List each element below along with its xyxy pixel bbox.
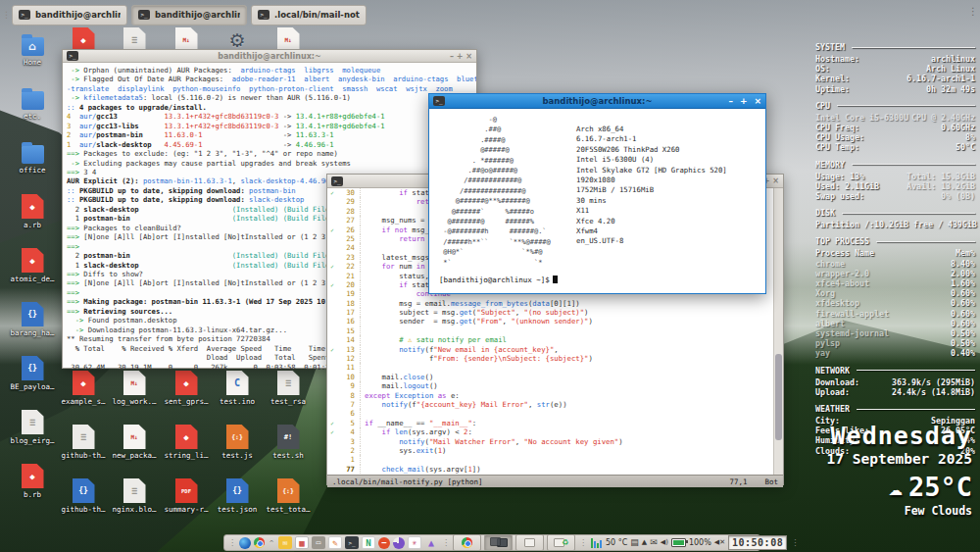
volume-icon[interactable]: ◀) <box>661 536 668 549</box>
line-number: 22 <box>337 262 361 271</box>
network-graph-icon[interactable] <box>590 537 603 548</box>
desktop-icon-test.json[interactable]: {}test.json <box>212 478 263 514</box>
window-button-chrome-window[interactable] <box>453 534 481 551</box>
mail-launcher-icon[interactable]: ✉ <box>278 536 292 549</box>
desktop-icon-office[interactable]: office <box>7 140 58 175</box>
icon-label: etc. <box>7 112 58 121</box>
conky-row: Usage: 13%Total: 15.3GiB <box>815 172 975 181</box>
minimize-button[interactable]: – <box>728 96 733 106</box>
albert-launcher-icon[interactable]: ▲ <box>424 536 438 549</box>
conky-row: Hostname:archlinux <box>815 54 975 64</box>
window-tab-1[interactable]: >_bandithijo@archlinu… <box>131 5 247 25</box>
firefox-launcher-icon[interactable] <box>239 537 251 549</box>
conky-row: xfdesktop0.60% <box>815 298 975 308</box>
window-tab-0[interactable]: >_bandithijo@archlinu… <box>12 5 127 25</box>
desktop-icon-sent_gprs…[interactable]: ◆sent_gprs… <box>161 371 212 406</box>
desktop-icon-test_tota…[interactable]: {:}test_tota… <box>263 478 314 514</box>
conky-row: CPU Temp:50°C <box>815 142 975 152</box>
scrollbar[interactable] <box>773 188 783 475</box>
icon-label: test.sh <box>263 451 314 460</box>
desktop-icon-test.ino[interactable]: Ctest.ino <box>212 371 263 406</box>
close-button[interactable]: × <box>754 96 761 106</box>
window-button-files-window[interactable] <box>515 534 544 551</box>
desktop-icon-BE_payloa…[interactable]: {}BE_payloa… <box>7 356 58 391</box>
line-number: 13 <box>337 345 361 354</box>
battery-icon[interactable] <box>671 538 686 547</box>
slack-launcher-icon[interactable]: ✳ <box>408 536 421 549</box>
conky-row: Upload:24.4k/s (14.8MiB) <box>815 387 975 397</box>
desktop-icon-Home[interactable]: Home <box>7 32 58 67</box>
wifi-icon[interactable]: ▲ <box>642 536 647 549</box>
conky-row: Xorg0.60% <box>815 288 975 298</box>
desktop-icon-summary-r…[interactable]: PDFsummary-r… <box>161 478 212 514</box>
panel-handle-right[interactable]: ⋮ <box>968 6 978 17</box>
editor-line: 3 notify("Mail Watcher Error", "No accou… <box>327 437 783 446</box>
terminal-output[interactable]: -@ .##@ .####@ @#####@ . *######@ .##@o@… <box>429 109 765 293</box>
clock[interactable]: 10:50:08 <box>728 535 787 550</box>
code-blue-icon: {} <box>226 478 249 503</box>
notion-launcher-icon[interactable]: N <box>362 536 375 549</box>
editor-launcher-icon[interactable]: ✎ <box>328 536 342 549</box>
desktop-icon-b.rb[interactable]: ◆b.rb <box>7 464 58 499</box>
panel-handle[interactable]: ⋮ <box>2 10 8 20</box>
terminal-icon: >_ <box>138 10 150 20</box>
desktop-icon-etc.[interactable]: etc. <box>7 86 58 121</box>
clipboard-icon[interactable]: ▤ <box>630 536 639 549</box>
desktop-icon-github-th…[interactable]: {}github-th… <box>58 478 109 514</box>
desktop-icon-log_work.…[interactable]: M↓log_work.… <box>109 371 160 406</box>
desktop-icon-new_packa…[interactable]: M↓new_packa… <box>109 425 160 460</box>
editor-line: 12 f"From: {sender}\nSubject: {subject}"… <box>327 354 783 363</box>
conky-row: pylsp0.50% <box>815 338 975 348</box>
desktop-icon-atomic_de…[interactable]: ◆atomic_de… <box>7 248 58 283</box>
icon-label: b.rb <box>7 490 58 499</box>
line-number: 16 <box>337 317 361 326</box>
desktop-icon-github-th…[interactable]: ≡github-th… <box>58 425 109 460</box>
calendar-launcher-icon[interactable]: ▦ <box>295 536 309 549</box>
panel-handle[interactable]: ⋮ <box>227 538 236 547</box>
blocked-launcher-icon[interactable]: – <box>378 537 390 549</box>
terminal-line: 4 aur/gcc13 13.3.1+r432+gfc8bd63119c0-3 … <box>67 112 472 121</box>
desktop-icon-blog_eirg…[interactable]: ≡blog_eirg… <box>7 410 58 445</box>
window-button-terminal-group[interactable] <box>484 534 513 551</box>
terminal-launcher-icon[interactable]: >_ <box>345 536 359 549</box>
titlebar[interactable]: >_ bandithijo@archlinux:~ –+× <box>429 94 765 109</box>
window-button-session-window[interactable]: ♻ <box>547 534 575 551</box>
window-buttons[interactable]: –+× <box>728 96 761 106</box>
line-number: 24 <box>337 243 361 252</box>
conky-section-header: NETWORK <box>815 366 975 376</box>
desktop-icon-example_s…[interactable]: ◆example_s… <box>58 371 109 406</box>
desktop-icon-string_li…[interactable]: ◆string_li… <box>161 425 212 460</box>
window-buttons[interactable]: – + × <box>450 52 472 61</box>
terminal-line: 1 aur/slack-desktop 4.45.69-1 -> 4.46.96… <box>67 140 472 149</box>
desktop-icon-barang_ha…[interactable]: {}barang_ha… <box>7 302 58 337</box>
date-label: 17 September 2025 <box>827 451 972 467</box>
desktop-icon-nginx.blo…[interactable]: ≡nginx.blo… <box>109 478 160 514</box>
desktop-icon-test.sh[interactable]: #!test.sh <box>263 425 314 460</box>
icon-label: example_s… <box>58 397 109 406</box>
chrome-launcher-icon[interactable] <box>254 537 265 548</box>
ruby-icon: ◆ <box>73 371 95 395</box>
archive-launcher-icon[interactable]: ▭ <box>312 536 325 549</box>
icon-label: barang_ha… <box>7 328 58 337</box>
desktop-icon-test_rsa[interactable]: ≡test_rsa <box>263 371 314 406</box>
chevron-up-launcher-icon[interactable]: ^ <box>268 536 275 549</box>
conky-row: Uptime:0h 32m 49s <box>815 84 975 94</box>
pie-launcher-icon[interactable] <box>393 537 405 549</box>
line-number: 2 <box>337 446 361 455</box>
desktop-icon-test.js[interactable]: {:}test.js <box>212 425 263 460</box>
editor-line: ✓13 notify(f"New email in {account_key}"… <box>327 345 783 354</box>
maximize-button[interactable]: + <box>740 96 748 106</box>
text-cursor <box>553 276 558 283</box>
line-number: 15 <box>337 326 361 335</box>
mute-icon[interactable]: ◀✕ <box>714 536 725 549</box>
temperature-label: 25°C <box>908 473 972 502</box>
mail-tray-icon[interactable]: ✉ <box>650 536 658 549</box>
titlebar[interactable]: >_ bandithijo@archlinux:~ – + × <box>63 50 476 63</box>
window-tab-2[interactable]: >_.local/bin/mail-not… <box>251 5 367 25</box>
line-number: 14 <box>337 335 361 344</box>
window-title: bandithijo@archlinux:~ <box>63 52 476 61</box>
line-number: 6 <box>337 409 361 418</box>
desktop-icon-a.rb[interactable]: ◆a.rb <box>7 194 58 229</box>
panel-separator: ⋮ <box>578 538 587 547</box>
panel-handle[interactable]: ⋮ <box>790 538 799 547</box>
